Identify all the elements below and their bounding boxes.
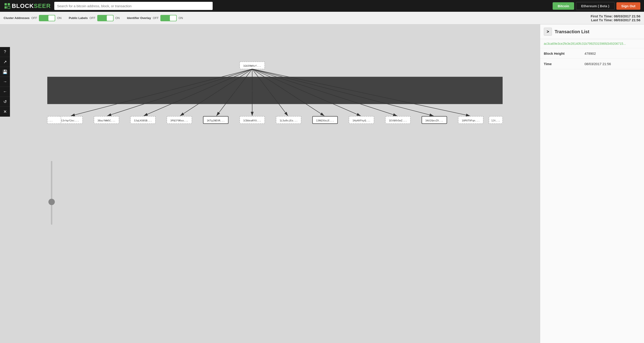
node-12[interactable]: 1Jt... [489, 116, 502, 124]
first-tx-label: First Tx Time: [590, 14, 613, 18]
identifier-toggle-knob [170, 15, 176, 21]
header: BLOCKSEER Bitcoin Ethereum ( Beta ) Sign… [0, 0, 644, 12]
public-labels-label: Public Labels [69, 16, 88, 20]
tx-hash-link[interactable]: ac3ca69e3ce2fe3e28140fc31b7992531596fd34… [540, 39, 644, 48]
left-toolbar: ? ↗ 💾 → ← ↺ ✕ [0, 24, 10, 117]
node-4-label: 1KTg1NEVR... [207, 119, 225, 122]
cluster-addresses-label: Cluster Addresses [4, 16, 30, 20]
partial-node-label: ... [48, 119, 53, 122]
time-value: 08/03/2017 21:56 [584, 62, 611, 66]
graph-container: 1GA39W4vf... 13rhpf2ec... 38azYWWSC... 3… [10, 24, 540, 343]
node-3[interactable]: 3PQCF9Rxo... [167, 116, 192, 124]
block-height-label: Block Height [544, 51, 584, 55]
cluster-toggle-switch[interactable] [39, 15, 55, 21]
node-9-label: 1EtNXh5mZ... [389, 119, 407, 122]
identifier-off-label: OFF [153, 16, 158, 20]
forward-button[interactable]: → [0, 77, 10, 87]
identifier-on-label: ON [178, 16, 183, 20]
header-right: Bitcoin Ethereum ( Beta ) Sign Out [552, 2, 640, 10]
reset-button[interactable]: ↺ [0, 97, 10, 107]
node-2-label: 3JqLH38SB... [134, 119, 152, 122]
search-input[interactable] [54, 2, 213, 10]
right-panel: > Transaction List ac3ca69e3ce2fe3e28140… [540, 24, 644, 343]
canvas-area: ? ↗ 💾 → ← ↺ ✕ 1GA39W4vf... [0, 24, 540, 343]
node-3-label: 3PQCF9Rxo... [170, 119, 188, 122]
node-7-label: 13NQ3UajE... [316, 119, 334, 122]
node-0-label: 13rhpf2ec... [61, 119, 79, 122]
source-node[interactable]: 1GA39W4vf... [240, 62, 265, 69]
node-11[interactable]: 18PUT9Fqn... [458, 116, 484, 124]
signout-button[interactable]: Sign Out [616, 2, 640, 10]
node-5-label: 1CBdeaRYU... [243, 119, 261, 122]
source-node-label: 1GA39W4vf... [243, 64, 261, 67]
amount-4: 0.00114 [227, 89, 236, 92]
amount-0: 0.00111 [143, 89, 152, 92]
slider-thumb[interactable] [48, 199, 55, 205]
panel-header: > Transaction List [540, 24, 644, 39]
time-row: Time 08/03/2017 21:56 [540, 59, 644, 69]
cluster-off-label: OFF [31, 16, 37, 20]
slider-track [51, 161, 52, 225]
node-8[interactable]: 1HyHXFkyQ... [349, 116, 374, 124]
first-tx-value: 08/03/2017 21:56 [614, 14, 640, 18]
identifier-toggle-switch[interactable] [160, 15, 177, 21]
cluster-addresses-toggle-group: Cluster Addresses OFF ON [4, 15, 62, 21]
identifier-toggle-group: Identifier Overlay OFF ON [127, 15, 183, 21]
svg-rect-1 [4, 3, 7, 5]
logo: BLOCKSEER [4, 2, 51, 9]
graph-svg: 1GA39W4vf... 13rhpf2ec... 38azYWWSC... 3… [10, 24, 540, 343]
node-5[interactable]: 1CBdeaRYU... [240, 116, 265, 124]
amount-8: 0.00122 [307, 89, 316, 92]
cluster-toggle-knob [48, 15, 55, 21]
amount-7: 0.0012 [289, 89, 297, 92]
block-height-value: 478902 [584, 51, 596, 55]
node-0[interactable]: 13rhpf2ec... [58, 116, 82, 124]
node-6-label: 1L5w9sjEo... [280, 119, 298, 122]
last-tx-row: Last Tx Time: 08/03/2017 21:56 [590, 18, 640, 22]
node-8-label: 1HyHXFkyQ... [352, 119, 370, 122]
first-tx-row: First Tx Time: 08/03/2017 21:56 [590, 14, 640, 18]
public-off-label: OFF [90, 16, 96, 20]
node-1[interactable]: 38azYWWSC... [94, 116, 119, 124]
expand-button[interactable]: ✕ [0, 107, 10, 117]
back-button[interactable]: ← [0, 87, 10, 97]
svg-rect-3 [4, 6, 7, 8]
public-toggle-knob [107, 15, 113, 21]
panel-toggle-button[interactable]: > [544, 27, 552, 36]
ethereum-button[interactable]: Ethereum ( Beta ) [576, 2, 614, 10]
node-6[interactable]: 1L5w9sjEo... [276, 116, 301, 124]
last-tx-label: Last Tx Time: [591, 18, 613, 22]
public-labels-toggle-group: Public Labels OFF ON [69, 15, 120, 21]
public-on-label: ON [115, 16, 120, 20]
node-10[interactable]: 3AX2QexZV... [422, 116, 447, 124]
identifier-label: Identifier Overlay [127, 16, 151, 20]
amount-11: 0.00127 [362, 89, 370, 92]
node-4[interactable]: 1KTg1NEVR... [203, 116, 228, 124]
amount-partial: 0... [50, 89, 54, 92]
amount-3: 0.00113 [209, 89, 218, 92]
last-tx-value: 08/03/2017 21:56 [614, 18, 640, 22]
toolbar: Cluster Addresses OFF ON Public Labels O… [0, 12, 644, 24]
cluster-on-label: ON [57, 16, 62, 20]
public-toggle-switch[interactable] [97, 15, 114, 21]
logo-text: BLOCKSEER [12, 2, 51, 9]
save-button[interactable]: 💾 [0, 67, 10, 77]
main-area: ? ↗ 💾 → ← ↺ ✕ 1GA39W4vf... [0, 24, 644, 343]
node-9[interactable]: 1EtNXh5mZ... [386, 116, 410, 124]
share-button[interactable]: ↗ [0, 57, 10, 67]
node-10-label: 3AX2QexZV... [425, 119, 443, 122]
block-height-row: Block Height 478902 [540, 48, 644, 59]
node-2[interactable]: 3JqLH38SB... [130, 116, 156, 124]
node-partial-left[interactable]: ... [47, 116, 61, 124]
node-11-label: 18PUT9Fqn... [462, 119, 480, 122]
logo-icon [4, 2, 11, 9]
amount-1: 0.00113 [166, 89, 175, 92]
help-button[interactable]: ? [0, 47, 10, 57]
node-12-label: 1Jt... [491, 119, 500, 122]
node-1-label: 38azYWWSC... [98, 119, 116, 122]
bitcoin-button[interactable]: Bitcoin [552, 2, 574, 10]
tx-info: First Tx Time: 08/03/2017 21:56 Last Tx … [590, 14, 640, 22]
time-label: Time [544, 62, 584, 66]
node-7[interactable]: 13NQ3UajE... [312, 116, 338, 124]
panel-title: Transaction List [555, 29, 589, 34]
